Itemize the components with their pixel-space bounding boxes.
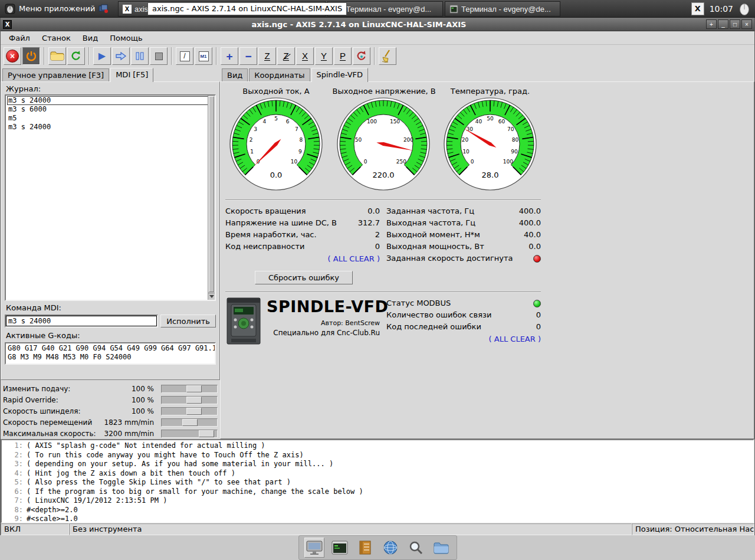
rapid-override-slider-handle[interactable] xyxy=(186,397,202,404)
gcode-line[interactable]: 1:( AXIS "splash g-code" Not intended fo… xyxy=(4,441,751,451)
view-z-button[interactable]: Z xyxy=(258,47,276,65)
dock-desktop-button[interactable] xyxy=(304,538,324,558)
step-button[interactable] xyxy=(112,47,130,65)
tab-mdi[interactable]: MDI [F5] xyxy=(110,68,153,82)
svg-text:100: 100 xyxy=(366,119,376,125)
max-velocity-slider[interactable] xyxy=(161,430,218,438)
dock-file-manager-button[interactable] xyxy=(431,538,451,558)
gcode-line[interactable]: 7:( LinuxCNC 19/1/2012 2:13:51 PM ) xyxy=(4,496,751,506)
pager-icon[interactable] xyxy=(99,4,108,14)
mdi-command-input[interactable] xyxy=(5,315,158,328)
gcode-line-text: ( If the program is too big or small for… xyxy=(27,487,363,496)
view-z-icon: Z xyxy=(264,51,270,61)
brand-column: SPINDLE-VFD Автор: BentScrew Специально … xyxy=(267,297,380,345)
view-y-button[interactable]: Y xyxy=(315,47,333,65)
dock-web-browser-button[interactable] xyxy=(380,538,401,558)
max-velocity-slider-handle[interactable] xyxy=(199,430,214,437)
menu-machine[interactable]: Станок xyxy=(36,32,77,44)
system-tray: X 10:07 xyxy=(687,2,755,16)
rotate-view-button[interactable] xyxy=(353,47,370,65)
gcode-line[interactable]: 8:#<depth>=2.0 xyxy=(4,506,751,515)
window-maximize-button[interactable]: □ xyxy=(730,19,740,29)
tab-dro[interactable]: Координаты xyxy=(249,68,310,81)
reset-error-button[interactable]: Сбросить ошибку xyxy=(255,271,353,284)
view-p-button[interactable]: P xyxy=(334,47,352,65)
applications-menu-label[interactable]: Меню приложений xyxy=(19,4,95,13)
open-file-button[interactable] xyxy=(48,47,66,65)
reload-file-button[interactable] xyxy=(67,47,85,65)
separator xyxy=(225,292,541,293)
run-button[interactable]: ▶ xyxy=(93,47,111,65)
zoom-out-button[interactable]: − xyxy=(239,47,257,65)
gcode-line[interactable]: 9:#<scale>=1.0 xyxy=(4,515,751,523)
svg-text:100: 100 xyxy=(503,159,513,165)
tab-spindle-vfd[interactable]: Spindle-VFD xyxy=(311,68,369,82)
toggle-optional-pause-button[interactable]: M1 xyxy=(195,47,212,65)
dock-search-button[interactable] xyxy=(406,538,426,558)
all-clear-link-2[interactable]: ( ALL CLEAR ) xyxy=(489,335,541,343)
mouse-icon[interactable] xyxy=(738,2,750,16)
menu-help[interactable]: Помощь xyxy=(104,32,148,44)
gauge-title-output-current: Выходной ток, А xyxy=(225,87,327,96)
jog-speed-slider[interactable] xyxy=(161,418,218,427)
window-rollup-button[interactable]: + xyxy=(706,19,717,29)
dock-documents-button[interactable] xyxy=(355,538,375,558)
gcode-line-text: ( AXIS "splash g-code" Not intended for … xyxy=(27,441,265,450)
mdi-history-item[interactable]: m5 xyxy=(7,114,214,123)
zoom-in-button[interactable]: + xyxy=(221,47,238,65)
jog-speed-slider-handle[interactable] xyxy=(182,419,198,426)
stop-button[interactable] xyxy=(150,47,168,65)
taskbar-window-terminal-2[interactable]: Терминал - evgeny@de... xyxy=(445,1,560,17)
gcode-line[interactable]: 5:( Also press the Toggle Skip Lines wit… xyxy=(4,478,751,487)
view-z-rotated-button[interactable]: Z xyxy=(277,47,295,65)
keyboard-layout-indicator[interactable]: X xyxy=(691,2,704,15)
taskbar-window-terminal-2-label: Терминал - evgeny@de... xyxy=(461,5,551,14)
spindle-override-slider-handle[interactable] xyxy=(186,408,202,415)
machine-power-button[interactable] xyxy=(22,47,40,65)
menu-file[interactable]: Файл xyxy=(3,32,36,44)
rapid-override-slider[interactable] xyxy=(161,396,218,404)
gcode-line[interactable]: 2:( To run this code anyway you might ha… xyxy=(4,451,751,460)
all-clear-link-1[interactable]: ( ALL CLEAR ) xyxy=(328,254,380,263)
titlebar[interactable]: X axis.ngc - AXIS 2.7.14 on LinuxCNC-HAL… xyxy=(1,18,754,31)
spindle-override-slider[interactable] xyxy=(161,407,218,415)
feed-override-slider-handle[interactable] xyxy=(186,385,202,392)
window-close-button[interactable]: × xyxy=(741,19,752,29)
gcode-line[interactable]: 6:( If the program is too big or small f… xyxy=(4,487,751,497)
vfd-stat-label: Выходная мощность, Вт xyxy=(386,241,484,253)
gcode-listing[interactable]: 1:( AXIS "splash g-code" Not intended fo… xyxy=(1,439,754,523)
view-x-button[interactable]: X xyxy=(296,47,314,65)
toggle-skip-lines-button[interactable]: / xyxy=(176,47,193,65)
pause-button[interactable] xyxy=(131,47,149,65)
all-clear-row-2: ( ALL CLEAR ) xyxy=(386,333,541,345)
mdi-history-item[interactable]: m3 s 6000 xyxy=(7,105,214,114)
mdi-history-listbox[interactable]: m3 s 24000m3 s 6000m5m3 s 24000 xyxy=(5,94,216,301)
vfd-stat-row: Код неисправности0 xyxy=(225,241,380,253)
execute-button[interactable]: Исполнить xyxy=(160,315,216,328)
tab-preview[interactable]: Вид xyxy=(222,68,248,81)
scrollbar-down-arrow[interactable] xyxy=(208,293,215,300)
estop-button[interactable]: × xyxy=(4,47,21,65)
comm-errors-value: 0 xyxy=(536,309,541,321)
gcode-line-number: 6: xyxy=(4,487,23,497)
window-minimize-button[interactable]: _ xyxy=(718,19,728,29)
feed-override-slider[interactable] xyxy=(161,385,218,393)
history-scrollbar[interactable] xyxy=(208,96,215,300)
vfd-stat-label: Время наработки, час. xyxy=(225,229,317,241)
desktop: Меню приложений X axis axis.ngc - AXIS 2… xyxy=(0,0,755,560)
applications-menu[interactable]: Меню приложений xyxy=(0,4,118,14)
dock-terminal-button[interactable] xyxy=(330,538,350,558)
power-icon xyxy=(25,50,37,62)
vfd-stat-row: Время наработки, час.2 xyxy=(225,229,380,241)
menu-view[interactable]: Вид xyxy=(77,32,104,44)
gcode-line[interactable]: 4:( Hint jog the Z axis down a bit then … xyxy=(4,469,751,479)
scrollbar-thumb[interactable] xyxy=(209,96,214,292)
tab-manual-control[interactable]: Ручное управление [F3] xyxy=(2,68,109,81)
vfd-stat-value: 0.0 xyxy=(528,241,541,253)
mdi-history-item[interactable]: m3 s 24000 xyxy=(7,96,214,105)
clear-plot-button[interactable] xyxy=(379,47,396,65)
mdi-history-item[interactable]: m3 s 24000 xyxy=(7,123,214,132)
gcode-line[interactable]: 3:( depending on your setup. As if you h… xyxy=(4,460,751,469)
last-error-value: 0 xyxy=(536,321,541,333)
svg-text:50: 50 xyxy=(354,137,362,143)
